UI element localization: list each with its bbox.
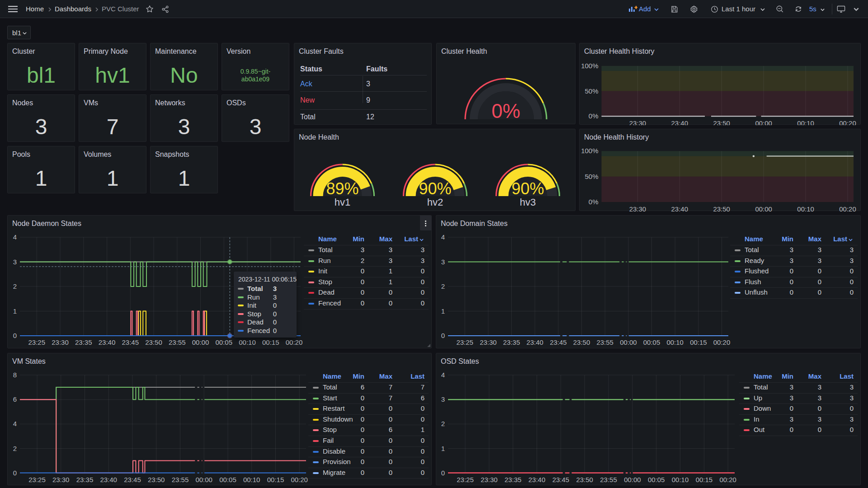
svg-text:00:20: 00:20 xyxy=(291,476,308,483)
svg-text:00:00: 00:00 xyxy=(195,476,212,483)
svg-text:23:40: 23:40 xyxy=(100,476,117,483)
svg-text:23:30: 23:30 xyxy=(52,338,69,346)
svg-text:100%: 100% xyxy=(581,147,598,155)
svg-text:00:00: 00:00 xyxy=(624,476,641,483)
svg-text:4: 4 xyxy=(13,233,17,241)
svg-text:2: 2 xyxy=(441,420,445,427)
svg-text:0: 0 xyxy=(13,469,17,477)
svg-text:23:50: 23:50 xyxy=(148,476,165,483)
svg-text:0%: 0% xyxy=(589,112,599,120)
svg-text:23:50: 23:50 xyxy=(145,338,162,346)
svg-text:23:50: 23:50 xyxy=(576,476,593,483)
svg-text:23:25: 23:25 xyxy=(456,338,473,346)
svg-text:23:45: 23:45 xyxy=(124,476,141,483)
svg-text:00:00: 00:00 xyxy=(755,205,772,211)
svg-text:00:10: 00:10 xyxy=(797,119,814,125)
svg-text:23:30: 23:30 xyxy=(629,119,646,125)
svg-text:00:15: 00:15 xyxy=(262,338,279,346)
svg-text:0: 0 xyxy=(441,469,445,477)
svg-text:23:35: 23:35 xyxy=(76,476,94,483)
svg-text:00:20: 00:20 xyxy=(719,476,736,483)
svg-text:00:10: 00:10 xyxy=(672,476,689,483)
svg-text:23:30: 23:30 xyxy=(52,476,70,483)
svg-text:23:45: 23:45 xyxy=(122,338,139,346)
svg-text:23:30: 23:30 xyxy=(629,205,646,211)
svg-text:00:10: 00:10 xyxy=(797,205,814,211)
svg-text:23:55: 23:55 xyxy=(596,338,613,346)
svg-text:23:55: 23:55 xyxy=(600,476,617,483)
svg-text:4: 4 xyxy=(13,420,17,427)
svg-text:4: 4 xyxy=(441,233,445,241)
svg-text:00:00: 00:00 xyxy=(620,338,637,346)
svg-text:00:15: 00:15 xyxy=(696,476,713,483)
svg-text:23:40: 23:40 xyxy=(671,205,689,211)
svg-text:23:45: 23:45 xyxy=(552,476,570,483)
svg-text:00:20: 00:20 xyxy=(713,338,731,346)
svg-text:23:25: 23:25 xyxy=(28,338,46,346)
svg-text:00:20: 00:20 xyxy=(286,338,303,346)
svg-text:23:45: 23:45 xyxy=(550,338,567,346)
svg-text:00:10: 00:10 xyxy=(666,338,684,346)
svg-text:23:35: 23:35 xyxy=(503,338,520,346)
svg-text:23:35: 23:35 xyxy=(505,476,522,483)
svg-text:00:10: 00:10 xyxy=(243,476,260,483)
svg-text:2: 2 xyxy=(13,282,17,290)
svg-text:23:25: 23:25 xyxy=(457,476,474,483)
svg-text:3: 3 xyxy=(13,258,17,266)
svg-text:2: 2 xyxy=(441,282,445,290)
svg-text:1: 1 xyxy=(441,445,445,452)
svg-text:0: 0 xyxy=(441,332,445,339)
svg-text:00:05: 00:05 xyxy=(648,476,665,483)
svg-text:6: 6 xyxy=(13,395,17,403)
svg-text:100%: 100% xyxy=(581,62,598,70)
svg-text:23:30: 23:30 xyxy=(480,338,497,346)
svg-text:0: 0 xyxy=(13,332,17,339)
svg-text:23:50: 23:50 xyxy=(713,119,730,125)
svg-text:3: 3 xyxy=(441,395,445,403)
svg-text:23:55: 23:55 xyxy=(169,338,186,346)
svg-text:0%: 0% xyxy=(589,198,599,206)
svg-text:23:30: 23:30 xyxy=(481,476,498,483)
svg-text:00:15: 00:15 xyxy=(690,338,707,346)
svg-text:00:15: 00:15 xyxy=(267,476,284,483)
svg-text:23:55: 23:55 xyxy=(172,476,189,483)
svg-text:1: 1 xyxy=(13,307,17,315)
svg-text:1: 1 xyxy=(441,307,445,315)
svg-text:50%: 50% xyxy=(585,173,598,180)
svg-text:00:20: 00:20 xyxy=(839,205,856,211)
svg-text:00:05: 00:05 xyxy=(219,476,236,483)
svg-text:23:50: 23:50 xyxy=(573,338,590,346)
svg-text:00:05: 00:05 xyxy=(643,338,660,346)
svg-text:00:00: 00:00 xyxy=(755,119,772,125)
svg-text:23:40: 23:40 xyxy=(528,476,546,483)
svg-text:00:05: 00:05 xyxy=(216,338,233,346)
svg-text:23:40: 23:40 xyxy=(671,119,689,125)
svg-text:23:50: 23:50 xyxy=(713,205,730,211)
svg-text:23:40: 23:40 xyxy=(99,338,116,346)
svg-text:00:00: 00:00 xyxy=(192,338,209,346)
svg-text:23:35: 23:35 xyxy=(75,338,92,346)
svg-text:00:10: 00:10 xyxy=(239,338,256,346)
svg-text:8: 8 xyxy=(13,371,17,379)
svg-text:50%: 50% xyxy=(585,87,598,95)
svg-text:4: 4 xyxy=(441,371,445,379)
svg-text:3: 3 xyxy=(441,258,445,266)
svg-text:2: 2 xyxy=(13,445,17,452)
svg-text:00:20: 00:20 xyxy=(839,119,856,125)
svg-text:23:40: 23:40 xyxy=(526,338,543,346)
svg-text:23:25: 23:25 xyxy=(28,476,46,483)
